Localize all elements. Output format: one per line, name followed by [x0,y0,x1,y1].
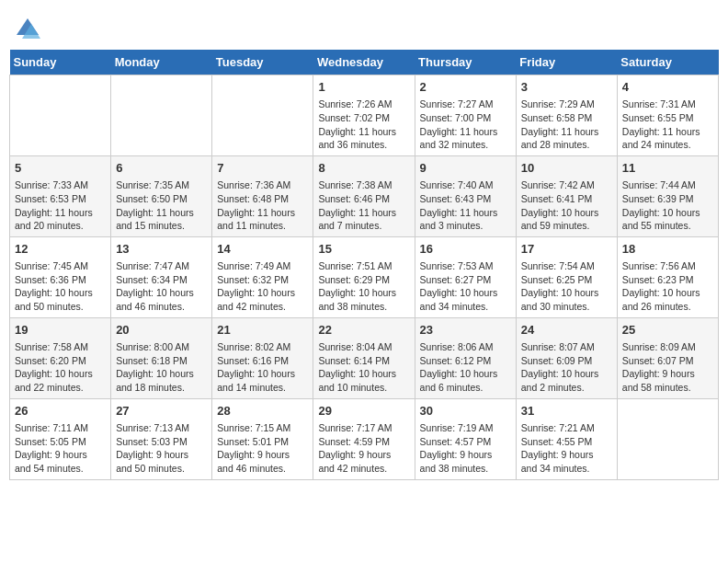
day-info: Sunrise: 8:09 AM Sunset: 6:07 PM Dayligh… [622,340,713,395]
calendar-cell: 31Sunrise: 7:21 AM Sunset: 4:55 PM Dayli… [516,398,617,479]
day-info: Sunrise: 8:02 AM Sunset: 6:16 PM Dayligh… [217,340,308,395]
calendar-cell: 6Sunrise: 7:35 AM Sunset: 6:50 PM Daylig… [111,155,212,236]
calendar-cell: 23Sunrise: 8:06 AM Sunset: 6:12 PM Dayli… [415,317,516,398]
calendar-cell: 8Sunrise: 7:38 AM Sunset: 6:46 PM Daylig… [313,155,415,236]
day-info: Sunrise: 7:45 AM Sunset: 6:36 PM Dayligh… [15,259,106,314]
day-info: Sunrise: 7:17 AM Sunset: 4:59 PM Dayligh… [318,421,409,476]
day-info: Sunrise: 7:15 AM Sunset: 5:01 PM Dayligh… [217,421,308,476]
calendar-cell: 16Sunrise: 7:53 AM Sunset: 6:27 PM Dayli… [415,236,516,317]
calendar-cell: 10Sunrise: 7:42 AM Sunset: 6:41 PM Dayli… [516,155,617,236]
calendar-cell: 2Sunrise: 7:27 AM Sunset: 7:00 PM Daylig… [415,75,516,156]
day-info: Sunrise: 7:31 AM Sunset: 6:55 PM Dayligh… [622,98,713,152]
calendar-cell: 4Sunrise: 7:31 AM Sunset: 6:55 PM Daylig… [617,75,718,156]
day-info: Sunrise: 7:38 AM Sunset: 6:46 PM Dayligh… [318,178,409,233]
day-number: 15 [318,241,409,258]
day-number: 28 [217,403,308,419]
calendar-cell: 27Sunrise: 7:13 AM Sunset: 5:03 PM Dayli… [111,398,212,479]
calendar-cell: 9Sunrise: 7:40 AM Sunset: 6:43 PM Daylig… [415,155,516,236]
calendar-cell: 20Sunrise: 8:00 AM Sunset: 6:18 PM Dayli… [111,317,212,398]
calendar-week-row: 26Sunrise: 7:11 AM Sunset: 5:05 PM Dayli… [10,398,719,479]
day-info: Sunrise: 7:35 AM Sunset: 6:50 PM Dayligh… [116,178,207,233]
day-number: 31 [521,403,612,419]
day-number: 13 [116,241,207,258]
calendar-cell: 29Sunrise: 7:17 AM Sunset: 4:59 PM Dayli… [313,398,415,479]
calendar-cell: 11Sunrise: 7:44 AM Sunset: 6:39 PM Dayli… [617,155,718,236]
calendar-cell: 3Sunrise: 7:29 AM Sunset: 6:58 PM Daylig… [516,75,617,156]
calendar-cell [111,75,212,156]
calendar-cell [10,75,111,156]
day-info: Sunrise: 8:07 AM Sunset: 6:09 PM Dayligh… [521,340,612,395]
column-header-thursday: Thursday [415,50,516,75]
day-number: 24 [521,322,612,339]
calendar-table: SundayMondayTuesdayWednesdayThursdayFrid… [9,50,719,480]
calendar-cell: 24Sunrise: 8:07 AM Sunset: 6:09 PM Dayli… [516,317,617,398]
calendar-week-row: 1Sunrise: 7:26 AM Sunset: 7:02 PM Daylig… [10,75,719,156]
day-info: Sunrise: 7:56 AM Sunset: 6:23 PM Dayligh… [622,259,713,314]
calendar-cell: 26Sunrise: 7:11 AM Sunset: 5:05 PM Dayli… [10,398,111,479]
day-number: 7 [217,160,308,177]
day-info: Sunrise: 7:33 AM Sunset: 6:53 PM Dayligh… [15,178,106,233]
day-info: Sunrise: 7:51 AM Sunset: 6:29 PM Dayligh… [318,259,409,314]
day-number: 1 [318,79,409,96]
day-info: Sunrise: 7:26 AM Sunset: 7:02 PM Dayligh… [318,98,409,152]
calendar-cell [617,398,718,479]
day-info: Sunrise: 7:36 AM Sunset: 6:48 PM Dayligh… [217,178,308,233]
day-number: 18 [622,241,713,258]
day-info: Sunrise: 7:40 AM Sunset: 6:43 PM Dayligh… [420,178,511,233]
calendar-cell [212,75,313,156]
day-number: 25 [622,322,713,339]
day-info: Sunrise: 7:53 AM Sunset: 6:27 PM Dayligh… [420,259,511,314]
calendar-cell: 18Sunrise: 7:56 AM Sunset: 6:23 PM Dayli… [617,236,718,317]
calendar-week-row: 12Sunrise: 7:45 AM Sunset: 6:36 PM Dayli… [10,236,719,317]
day-info: Sunrise: 8:04 AM Sunset: 6:14 PM Dayligh… [318,340,409,395]
day-number: 19 [15,322,106,339]
column-header-wednesday: Wednesday [313,50,415,75]
day-number: 11 [622,160,713,177]
calendar-header-row: SundayMondayTuesdayWednesdayThursdayFrid… [10,50,719,75]
day-info: Sunrise: 7:42 AM Sunset: 6:41 PM Dayligh… [521,178,612,233]
column-header-sunday: Sunday [10,50,111,75]
day-number: 21 [217,322,308,339]
day-info: Sunrise: 7:11 AM Sunset: 5:05 PM Dayligh… [15,421,106,476]
day-info: Sunrise: 7:29 AM Sunset: 6:58 PM Dayligh… [521,98,612,152]
calendar-cell: 5Sunrise: 7:33 AM Sunset: 6:53 PM Daylig… [10,155,111,236]
day-info: Sunrise: 8:06 AM Sunset: 6:12 PM Dayligh… [420,340,511,395]
calendar-cell: 22Sunrise: 8:04 AM Sunset: 6:14 PM Dayli… [313,317,415,398]
page-header [9,9,719,44]
day-info: Sunrise: 7:47 AM Sunset: 6:34 PM Dayligh… [116,259,207,314]
day-number: 20 [116,322,207,339]
day-info: Sunrise: 7:58 AM Sunset: 6:20 PM Dayligh… [15,340,106,395]
calendar-cell: 12Sunrise: 7:45 AM Sunset: 6:36 PM Dayli… [10,236,111,317]
day-number: 3 [521,79,612,96]
logo [13,15,46,44]
calendar-cell: 14Sunrise: 7:49 AM Sunset: 6:32 PM Dayli… [212,236,313,317]
day-number: 14 [217,241,308,258]
day-number: 2 [420,79,511,96]
calendar-cell: 19Sunrise: 7:58 AM Sunset: 6:20 PM Dayli… [10,317,111,398]
day-info: Sunrise: 7:13 AM Sunset: 5:03 PM Dayligh… [116,421,207,476]
calendar-week-row: 5Sunrise: 7:33 AM Sunset: 6:53 PM Daylig… [10,155,719,236]
day-info: Sunrise: 7:27 AM Sunset: 7:00 PM Dayligh… [420,98,511,152]
column-header-monday: Monday [111,50,212,75]
calendar-week-row: 19Sunrise: 7:58 AM Sunset: 6:20 PM Dayli… [10,317,719,398]
day-number: 16 [420,241,511,258]
day-info: Sunrise: 7:21 AM Sunset: 4:55 PM Dayligh… [521,421,612,476]
day-info: Sunrise: 7:49 AM Sunset: 6:32 PM Dayligh… [217,259,308,314]
day-number: 9 [420,160,511,177]
day-number: 4 [622,79,713,96]
day-info: Sunrise: 7:19 AM Sunset: 4:57 PM Dayligh… [420,421,511,476]
calendar-cell: 15Sunrise: 7:51 AM Sunset: 6:29 PM Dayli… [313,236,415,317]
day-number: 12 [15,241,106,258]
column-header-friday: Friday [516,50,617,75]
day-info: Sunrise: 7:54 AM Sunset: 6:25 PM Dayligh… [521,259,612,314]
logo-icon [13,15,42,44]
day-number: 17 [521,241,612,258]
day-number: 22 [318,322,409,339]
calendar-cell: 7Sunrise: 7:36 AM Sunset: 6:48 PM Daylig… [212,155,313,236]
day-number: 29 [318,403,409,419]
column-header-saturday: Saturday [617,50,718,75]
day-info: Sunrise: 7:44 AM Sunset: 6:39 PM Dayligh… [622,178,713,233]
day-number: 6 [116,160,207,177]
calendar-cell: 17Sunrise: 7:54 AM Sunset: 6:25 PM Dayli… [516,236,617,317]
day-number: 27 [116,403,207,419]
